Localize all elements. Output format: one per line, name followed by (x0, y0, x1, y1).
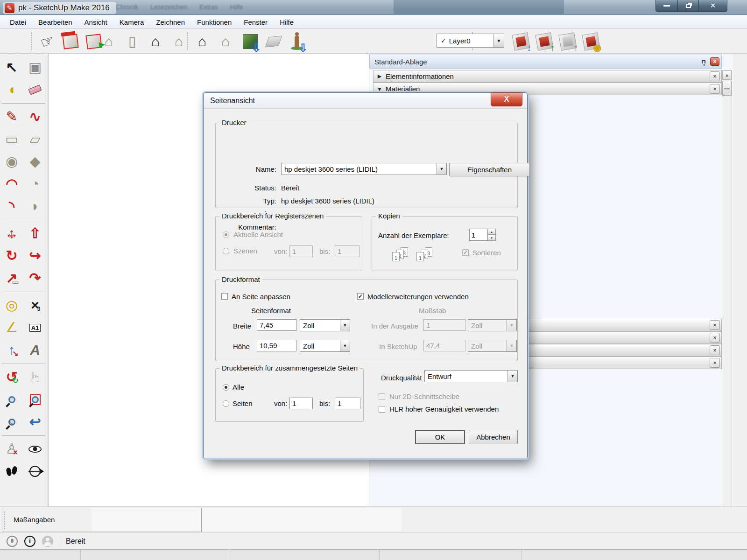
geolocation-icon[interactable] (7, 536, 18, 547)
printer-name-dropdown[interactable]: hp deskjet 3600 series (LIDIL) ▼ (281, 163, 447, 175)
offset-tool[interactable]: ↷ (23, 267, 47, 289)
all-pages-radio[interactable] (223, 384, 229, 391)
toggle-shadows-button[interactable] (264, 32, 283, 51)
line-tool[interactable]: ✎ (0, 105, 23, 128)
view-top-button[interactable]: ⌂ (216, 32, 235, 51)
move-tool[interactable]: ↔↕ (0, 222, 23, 245)
section-close-button[interactable]: × (710, 84, 720, 94)
dropdown-arrow-icon[interactable]: ▼ (340, 340, 350, 351)
in-sketchup-unit-dropdown[interactable]: Zoll ▼ (468, 340, 517, 352)
copies-spinner[interactable]: ▲ ▼ (469, 229, 496, 241)
section-close-button[interactable]: × (710, 345, 720, 355)
freehand-tool[interactable]: ∿ (23, 105, 47, 128)
photo-textures-button[interactable]: ⇩ (287, 32, 307, 51)
zoom-extents-tool[interactable]: ↔ (0, 411, 23, 433)
spinner-up-icon[interactable]: ▲ (488, 229, 496, 235)
protractor-tool[interactable]: ∠ (0, 316, 23, 339)
segment-tool[interactable]: ◗ (23, 195, 47, 217)
spinner-down-icon[interactable]: ▼ (488, 235, 496, 241)
share-model-button[interactable]: ↑ (535, 32, 554, 51)
update-scene-button[interactable] (61, 32, 80, 51)
section-close-button[interactable]: × (710, 358, 720, 368)
polygon-tool[interactable]: ◆ (23, 150, 47, 173)
scenes-to-input[interactable] (335, 245, 359, 257)
get-models-button[interactable]: ↓ (511, 32, 531, 51)
toolbar-drag-handle[interactable] (31, 32, 33, 50)
layer-dropdown-arrow-icon[interactable]: ▼ (493, 34, 504, 47)
view-iso-button[interactable]: ⌂ (99, 32, 119, 51)
view-left-button[interactable]: ⌂ (192, 32, 212, 51)
dropdown-arrow-icon[interactable]: ▼ (507, 371, 517, 382)
axes-tool[interactable]: ↑↘ (0, 339, 23, 361)
position-camera-tool[interactable]: ♙× (0, 438, 23, 460)
scenes-from-input[interactable] (289, 245, 313, 257)
view-front-button[interactable]: ⌂ (146, 32, 165, 51)
pages-to-input[interactable] (335, 398, 360, 409)
menu-hilfe[interactable]: Hilfe (274, 16, 300, 28)
hlr-checkbox[interactable] (379, 406, 385, 413)
menu-kamera[interactable]: Kamera (113, 16, 150, 28)
turn-around-tool[interactable] (23, 460, 47, 483)
tape-measure-tool[interactable]: ◎ (0, 294, 23, 316)
in-output-unit-dropdown[interactable]: Zoll ▼ (468, 319, 517, 331)
vcb-drag-handle[interactable] (4, 511, 6, 530)
orbit-tool[interactable]: ↺↻ (0, 366, 23, 388)
ok-button[interactable]: OK (415, 430, 465, 444)
add-location-button[interactable]: ⇩ (240, 32, 260, 51)
restore-button[interactable] (677, 0, 699, 12)
scroll-up-button[interactable]: ▲ (722, 70, 732, 80)
3d-text-tool[interactable]: A (23, 339, 47, 361)
paint-bucket-tool[interactable]: ◖ (0, 78, 23, 101)
tray-header[interactable]: Standard-Ablage × (369, 55, 722, 69)
dropdown-arrow-icon[interactable]: ▼ (437, 163, 446, 175)
text-tool[interactable]: A1 (23, 316, 47, 339)
tray-section-element-info[interactable]: ▶ Elementinformationen × (373, 70, 722, 83)
credits-info-icon[interactable]: i (24, 536, 35, 547)
model-extents-checkbox[interactable]: ✓ (357, 293, 364, 300)
select-tool[interactable]: ↖ (0, 56, 23, 78)
scenes-radio[interactable] (223, 248, 229, 254)
look-around-tool[interactable] (23, 438, 47, 460)
select-hand-button[interactable]: ☞ (37, 32, 57, 51)
dialog-close-button[interactable]: X (491, 92, 522, 106)
pages-from-input[interactable] (289, 398, 313, 409)
push-pull-tool[interactable]: ⇧ (23, 222, 47, 245)
only-2d-checkbox[interactable] (379, 393, 385, 400)
rectangle-tool[interactable]: ▭ (0, 128, 23, 150)
current-view-radio[interactable] (223, 231, 229, 238)
view-back-button[interactable]: ⌂ (169, 32, 189, 51)
scale-tool[interactable]: ↗▭ (0, 267, 23, 289)
scroll-thumb[interactable] (722, 81, 732, 96)
tray-scrollbar[interactable]: ▲ ▼ (722, 70, 732, 524)
view-side-button[interactable]: ▯ (122, 32, 142, 51)
pan-tool[interactable]: ☞ (23, 366, 47, 388)
layer-dropdown[interactable]: ✓ Layer0 ▼ (437, 34, 504, 48)
menu-fenster[interactable]: Fenster (238, 16, 274, 28)
minimize-button[interactable] (655, 0, 678, 12)
width-input[interactable] (257, 319, 296, 331)
cancel-button[interactable]: Abbrechen (469, 430, 518, 444)
section-close-button[interactable]: × (710, 71, 720, 81)
height-unit-dropdown[interactable]: Zoll ▼ (300, 340, 350, 352)
rotated-rectangle-tool[interactable]: ▱ (23, 128, 47, 150)
circle-tool[interactable]: ◉ (0, 150, 23, 173)
in-output-input[interactable] (423, 319, 465, 331)
collate-checkbox[interactable]: ✓ (462, 249, 469, 256)
eraser-tool[interactable] (23, 78, 47, 101)
menu-ansicht[interactable]: Ansicht (78, 16, 113, 28)
height-input[interactable] (257, 340, 296, 351)
extension-warehouse-button[interactable]: ◉ (581, 32, 601, 51)
zoom-window-tool[interactable] (23, 388, 47, 411)
pin-icon[interactable] (702, 60, 705, 63)
section-close-button[interactable]: × (710, 320, 720, 330)
follow-me-tool[interactable]: ↪ (23, 245, 47, 267)
tray-close-button[interactable]: × (710, 57, 719, 66)
dialog-title-bar[interactable]: Seitenansicht (204, 93, 527, 109)
fit-to-page-checkbox[interactable] (221, 293, 228, 300)
arc-3pt-tool[interactable]: ◝ (0, 195, 23, 217)
pie-tool[interactable]: ◔ (23, 173, 47, 195)
arc-tool[interactable]: ◠ (0, 173, 23, 195)
menu-datei[interactable]: Datei (4, 16, 32, 28)
menu-funktionen[interactable]: Funktionen (191, 16, 238, 28)
sign-in-avatar-icon[interactable] (42, 536, 53, 547)
